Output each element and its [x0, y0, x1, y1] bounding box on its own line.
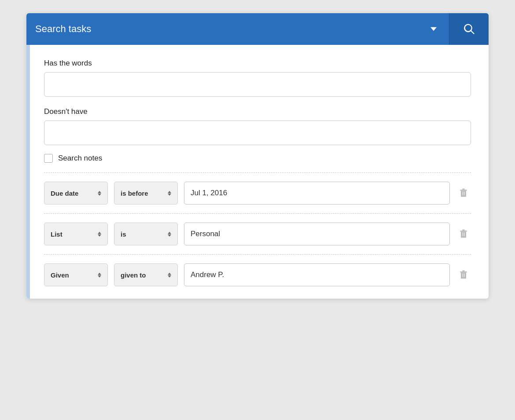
svg-rect-9	[464, 233, 465, 237]
filter-field-button-2[interactable]: List	[44, 223, 108, 245]
panel-body: Has the words Doesn't have Search notes …	[26, 45, 489, 299]
filter-condition-label-3: given to	[121, 271, 146, 279]
divider-1	[44, 172, 471, 173]
svg-rect-5	[461, 232, 466, 238]
filter-condition-button-3[interactable]: given to	[114, 263, 178, 286]
search-title: Search tasks	[35, 23, 427, 35]
svg-rect-1	[460, 190, 467, 191]
search-notes-checkbox[interactable]	[44, 154, 53, 163]
filter-value-input-3[interactable]	[184, 263, 450, 286]
svg-rect-12	[462, 270, 464, 272]
svg-rect-3	[462, 192, 463, 196]
filter-delete-button-1[interactable]	[456, 185, 471, 201]
search-notes-row: Search notes	[44, 154, 471, 172]
filter-condition-button-2[interactable]: is	[114, 223, 178, 245]
filter-value-input-2[interactable]	[184, 223, 450, 245]
filter-condition-label-2: is	[121, 230, 126, 238]
filter-delete-button-2[interactable]	[456, 226, 471, 242]
search-header: Search tasks	[26, 13, 489, 45]
filter-row-2: List is	[44, 223, 471, 255]
filter-field-label-1: Due date	[51, 190, 78, 197]
trash-icon-1	[459, 188, 468, 198]
filter-value-input-1[interactable]	[184, 182, 450, 205]
doesnt-have-input[interactable]	[44, 121, 471, 145]
filter-row-3: Given given to	[44, 263, 471, 286]
search-header-left: Search tasks	[26, 13, 449, 45]
svg-rect-13	[462, 274, 463, 278]
filter-field-label-2: List	[51, 230, 63, 238]
spinner-icon-cond-3	[168, 273, 171, 278]
filter-condition-label-1: is before	[121, 190, 148, 197]
has-the-words-label: Has the words	[44, 59, 471, 68]
filter-field-button-3[interactable]: Given	[44, 263, 108, 286]
search-button[interactable]	[449, 13, 489, 45]
doesnt-have-label: Doesn't have	[44, 107, 471, 116]
spinner-icon-cond-2	[168, 232, 171, 237]
svg-rect-2	[462, 189, 464, 190]
search-icon	[463, 23, 475, 35]
svg-rect-8	[462, 233, 463, 237]
svg-rect-10	[461, 273, 466, 279]
filter-delete-button-3[interactable]	[456, 267, 471, 283]
has-the-words-input[interactable]	[44, 72, 471, 97]
trash-icon-2	[459, 229, 468, 239]
search-dropdown-button[interactable]	[427, 22, 440, 36]
trash-icon-3	[459, 270, 468, 280]
svg-rect-0	[461, 191, 466, 197]
search-notes-label[interactable]: Search notes	[58, 154, 102, 163]
left-accent	[26, 45, 30, 299]
spinner-icon-3	[98, 273, 101, 278]
filter-row: Due date is before	[44, 182, 471, 214]
filter-condition-button-1[interactable]: is before	[114, 182, 178, 205]
spinner-icon-cond-1	[168, 191, 171, 196]
search-panel: Search tasks Has the words Doesn't have	[26, 13, 489, 299]
svg-rect-11	[460, 271, 467, 273]
chevron-down-icon	[430, 26, 437, 32]
filter-field-button-1[interactable]: Due date	[44, 182, 108, 205]
spinner-icon-1	[98, 191, 101, 196]
filter-field-label-3: Given	[51, 271, 69, 279]
svg-rect-7	[462, 230, 464, 231]
spinner-icon-2	[98, 232, 101, 237]
svg-rect-4	[464, 192, 465, 196]
svg-rect-6	[460, 230, 467, 232]
svg-rect-14	[464, 274, 465, 278]
form-area: Has the words Doesn't have Search notes …	[30, 45, 489, 299]
